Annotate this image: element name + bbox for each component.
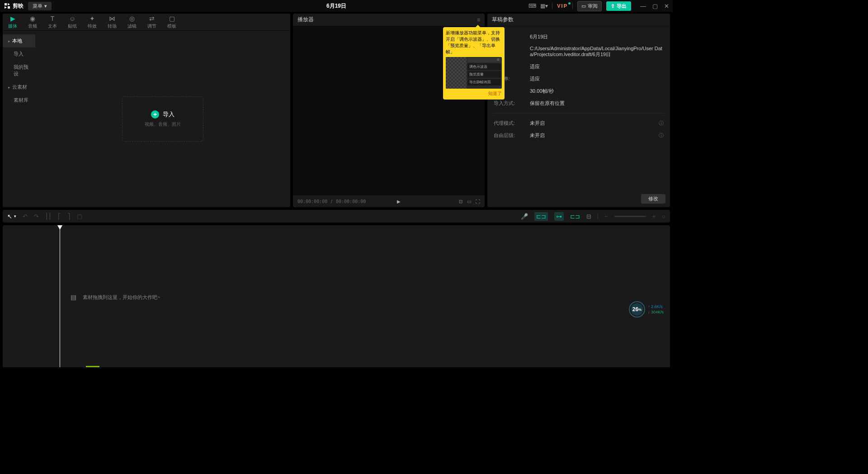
adjust-icon: ⇄	[149, 15, 155, 22]
speed-download: ↓ 304K/s	[648, 310, 664, 314]
prop-proxy: 代理模式:未开启ⓘ	[494, 117, 664, 129]
menu-button[interactable]: 菜单 ▾	[28, 2, 52, 10]
chevron-right-icon: ▸	[8, 85, 10, 90]
source-tabs: ▶媒体 ◉音频 T文本 ☺贴纸 ✦特效 ⋈转场 ◎滤镜 ⇄调节 ▢模板	[3, 14, 290, 31]
info-icon[interactable]: ⓘ	[659, 120, 664, 127]
tab-media[interactable]: ▶媒体	[3, 14, 23, 30]
sidebar-item-library[interactable]: 素材库	[3, 94, 35, 107]
tab-sticker[interactable]: ☺贴纸	[62, 14, 82, 30]
media-sidebar: ▸本地 导入 我的预设 ▸云素材 素材库	[3, 31, 35, 207]
sidebar-item-cloud[interactable]: ▸云素材	[3, 81, 35, 94]
divider	[494, 113, 664, 114]
link-icon[interactable]: ⊶	[554, 212, 564, 221]
review-icon: ▭	[581, 3, 586, 9]
trim-right-button[interactable]: ⎤	[67, 213, 71, 220]
tooltip-preview-header	[467, 58, 501, 62]
play-button[interactable]: ▶	[397, 199, 401, 204]
import-dropzone[interactable]: + 导入 视频、音频、图片	[122, 96, 203, 142]
zoom-fit-icon[interactable]: ○	[662, 213, 665, 220]
prop-name: 名称:6月19日	[494, 31, 664, 43]
divider	[598, 213, 598, 219]
vip-badge[interactable]: VIP	[557, 3, 568, 9]
speed-upload: ↑ 2.6K/s	[648, 304, 664, 309]
tab-filter[interactable]: ◎滤镜	[122, 14, 142, 30]
media-area: + 导入 视频、音频、图片	[35, 31, 290, 207]
timeline[interactable]: ▤ 素材拖拽到这里，开始你的大作吧~	[3, 225, 670, 367]
titlebar: 剪映 菜单 ▾ 6月19日 ⌨ ▦▾ VIP ▭ 审阅 ⇧ 导出 — ▢ ✕	[0, 0, 673, 12]
project-title: 6月19日	[326, 2, 346, 10]
prop-layer: 自由层级:未开启ⓘ	[494, 129, 664, 142]
tooltip-text: 新增播放器功能菜单，支持开启「调色示波器」、切换「预览质量」、「导出单帧」	[446, 30, 502, 55]
zoom-in-icon[interactable]: +	[652, 213, 656, 220]
speed-values: ↑ 2.6K/s ↓ 304K/s	[648, 304, 664, 314]
app-name: 剪映	[13, 2, 24, 10]
tab-audio[interactable]: ◉音频	[23, 14, 42, 30]
film-icon: ▤	[71, 294, 76, 301]
props-title: 草稿参数	[492, 16, 514, 24]
divider	[572, 3, 573, 9]
magnet-icon[interactable]: ⊏⊐	[534, 212, 548, 221]
zoom-out-icon[interactable]: −	[604, 213, 608, 220]
tooltip-ok-button[interactable]: 知道了	[446, 90, 502, 97]
speed-percent: 26%	[629, 301, 645, 318]
export-button[interactable]: ⇧ 导出	[606, 1, 631, 11]
close-icon[interactable]: ✕	[664, 3, 669, 9]
layout-icon[interactable]: ▦▾	[540, 2, 547, 9]
time-total: 00:00:00:00	[336, 199, 366, 204]
fullscreen-icon[interactable]: ⛶	[476, 199, 480, 204]
player-menu-icon[interactable]: ≡	[477, 17, 480, 23]
mic-icon[interactable]: 🎤	[521, 213, 528, 220]
transition-icon: ⋈	[109, 15, 115, 22]
tab-text[interactable]: T文本	[42, 14, 62, 30]
timeline-ruler[interactable]	[3, 225, 670, 233]
timeline-toolbar: ↖ ▾ ↶ ↷ ⎮⎮ ⎡ ⎤ ▢ 🎤 ⊏⊐ ⊶ ⊏⊐ ⊟ − + ○	[3, 210, 670, 223]
sidebar-item-import[interactable]: 导入	[3, 47, 35, 61]
zoom-slider[interactable]	[614, 216, 646, 217]
tab-transition[interactable]: ⋈转场	[102, 14, 122, 30]
time-current: 00:00:00:00	[297, 199, 327, 204]
tab-adjust[interactable]: ⇄调节	[142, 14, 162, 30]
tab-effect[interactable]: ✦特效	[82, 14, 102, 30]
prop-import: 导入方式:保留在原有位置	[494, 97, 664, 109]
timeline-empty-hint: ▤ 素材拖拽到这里，开始你的大作吧~	[71, 294, 160, 301]
text-icon: T	[51, 15, 55, 22]
minimize-icon[interactable]: —	[640, 3, 646, 9]
network-speed-widget[interactable]: 26% ↑ 2.6K/s ↓ 304K/s	[629, 301, 664, 318]
tooltip-preview: 调色示波器 预览质量 导出静帧画面	[446, 57, 502, 89]
tooltip-preview-scope	[446, 57, 467, 89]
keyboard-icon[interactable]: ⌨	[528, 2, 536, 9]
crop-icon[interactable]: ⊡	[459, 199, 462, 204]
tooltip-preview-menu: 调色示波器 预览质量 导出静帧画面	[467, 57, 502, 89]
redo-button[interactable]: ↷	[34, 213, 39, 220]
prop-path: 位置:C:/Users/Administrator/AppData/Local/…	[494, 43, 664, 61]
pointer-tool[interactable]: ↖ ▾	[7, 213, 16, 220]
review-button[interactable]: ▭ 审阅	[577, 1, 602, 11]
info-icon[interactable]: ⓘ	[659, 132, 664, 139]
split-button[interactable]: ⎮⎮	[45, 213, 52, 220]
trim-left-button[interactable]: ⎡	[58, 213, 61, 220]
sticker-icon: ☺	[69, 15, 75, 22]
tooltip-menu-item: 调色示波器	[467, 63, 501, 70]
delete-button[interactable]: ▢	[77, 213, 82, 220]
properties-panel: 草稿参数 名称:6月19日 位置:C:/Users/Administrator/…	[487, 14, 670, 207]
tab-template[interactable]: ▢模板	[162, 14, 182, 30]
main-content: ▶媒体 ◉音频 T文本 ☺贴纸 ✦特效 ⋈转场 ◎滤镜 ⇄调节 ▢模板 ▸本地 …	[0, 14, 673, 207]
media-panel: ▶媒体 ◉音频 T文本 ☺贴纸 ✦特效 ⋈转场 ◎滤镜 ⇄调节 ▢模板 ▸本地 …	[3, 14, 290, 207]
window-controls: — ▢ ✕	[640, 3, 669, 9]
modify-button[interactable]: 修改	[641, 194, 665, 204]
app-logo: 剪映	[4, 2, 24, 10]
maximize-icon[interactable]: ▢	[652, 3, 658, 9]
prop-ratio: 比例:适应	[494, 61, 664, 73]
import-label: 导入	[163, 110, 175, 118]
snap-icon[interactable]: ⊏⊐	[570, 213, 580, 220]
review-label: 审阅	[588, 3, 598, 9]
media-body: ▸本地 导入 我的预设 ▸云素材 素材库 + 导入 视频、音频、图片	[3, 31, 290, 207]
filter-icon: ◎	[129, 15, 135, 22]
align-icon[interactable]: ⊟	[586, 213, 591, 220]
sidebar-item-preset[interactable]: 我的预设	[3, 61, 35, 81]
undo-button[interactable]: ↶	[23, 213, 28, 220]
ratio-icon[interactable]: ▭	[467, 199, 471, 204]
chevron-right-icon: ▸	[8, 39, 10, 43]
playhead[interactable]	[60, 225, 60, 367]
sidebar-item-local[interactable]: ▸本地	[3, 34, 35, 47]
